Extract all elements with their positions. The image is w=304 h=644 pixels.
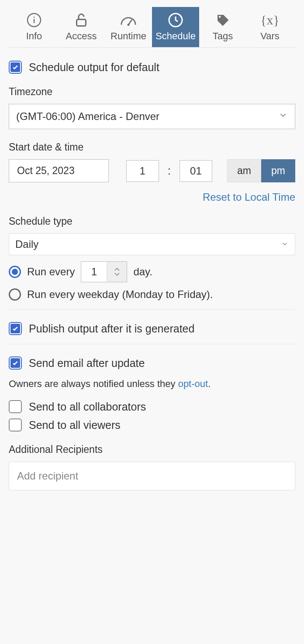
schedule-type-label: Schedule type (9, 216, 295, 227)
send-viewers-label: Send to all viewers (29, 419, 121, 432)
send-collaborators-label: Send to all collaborators (29, 401, 146, 413)
run-weekday-radio[interactable] (9, 288, 21, 301)
timezone-select[interactable]: (GMT-06:00) America - Denver (9, 104, 295, 129)
recipients-label: Additional Recipients (9, 444, 295, 456)
owners-note: Owners are always notified unless they o… (9, 378, 295, 390)
start-hour-input[interactable]: 1 (126, 160, 159, 182)
schedule-type-select[interactable]: Daily (9, 233, 295, 255)
reset-local-time-link[interactable]: Reset to Local Time (9, 191, 295, 203)
tab-tags[interactable]: Tags (199, 7, 246, 47)
tab-label: Access (66, 31, 97, 42)
svg-point-1 (34, 17, 35, 18)
tab-runtime[interactable]: Runtime (105, 7, 152, 47)
send-viewers-checkbox[interactable] (9, 418, 22, 432)
tab-label: Info (26, 31, 42, 42)
schedule-output-checkbox[interactable] (9, 61, 22, 74)
run-every-radio[interactable] (9, 266, 21, 278)
run-every-value: 1 (81, 262, 107, 282)
tab-access[interactable]: Access (58, 7, 105, 47)
tab-label: Schedule (155, 31, 196, 42)
send-collaborators-checkbox[interactable] (9, 400, 22, 413)
tab-label: Runtime (111, 31, 146, 42)
clock-refresh-icon (166, 11, 185, 29)
svg-point-3 (127, 24, 129, 26)
time-colon: : (168, 164, 171, 178)
run-every-prefix: Run every (27, 266, 75, 278)
start-minute-input[interactable]: 01 (180, 160, 212, 182)
schedule-panel: Schedule output for default Timezone (GM… (0, 48, 304, 508)
send-email-label: Send email after update (29, 357, 145, 370)
ampm-toggle: am pm (227, 159, 295, 182)
start-date-input[interactable]: Oct 25, 2023 (9, 159, 109, 182)
vars-icon: {x} (260, 11, 280, 29)
am-button[interactable]: am (227, 159, 261, 182)
run-every-stepper[interactable]: 1 (81, 261, 127, 282)
add-recipient-input[interactable]: Add recipient (9, 462, 295, 490)
tab-label: Vars (260, 31, 280, 42)
chevron-down-icon (278, 110, 288, 123)
send-email-checkbox[interactable] (9, 356, 22, 370)
gauge-icon (119, 11, 138, 29)
run-weekday-label: Run every weekday (Monday to Friday). (27, 288, 213, 301)
publish-output-checkbox[interactable] (9, 322, 22, 335)
timezone-label: Timezone (9, 86, 295, 98)
tab-label: Tags (213, 31, 233, 42)
tab-schedule[interactable]: Schedule (152, 7, 199, 47)
info-icon (26, 11, 42, 29)
opt-out-link[interactable]: opt-out (178, 378, 208, 389)
stepper-controls-icon[interactable] (107, 262, 127, 282)
schedule-type-value: Daily (15, 238, 38, 250)
tab-info[interactable]: Info (10, 7, 58, 47)
tab-vars[interactable]: {x} Vars (246, 7, 294, 47)
lock-open-icon (73, 11, 89, 29)
run-every-suffix: day. (133, 266, 152, 278)
svg-rect-2 (77, 20, 86, 26)
publish-output-label: Publish output after it is generated (29, 322, 194, 335)
chevron-down-icon (281, 238, 289, 250)
tab-bar: Info Access Runtime Schedule Tags {x} Va… (9, 0, 295, 48)
start-label: Start date & time (9, 141, 295, 153)
tag-icon (215, 11, 231, 29)
schedule-output-label: Schedule output for default (29, 61, 159, 74)
pm-button[interactable]: pm (261, 159, 295, 182)
timezone-value: (GMT-06:00) America - Denver (16, 110, 159, 123)
